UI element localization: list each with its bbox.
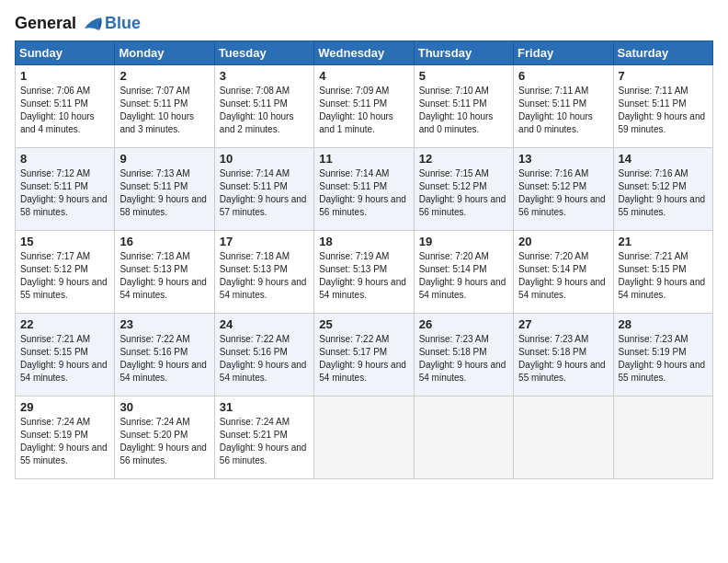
sunrise-label: Sunrise: 7:23 AM bbox=[419, 334, 489, 344]
day-info: Sunrise: 7:22 AM Sunset: 5:16 PM Dayligh… bbox=[119, 333, 209, 385]
sunrise-label: Sunrise: 7:22 AM bbox=[319, 334, 389, 344]
day-info: Sunrise: 7:20 AM Sunset: 5:14 PM Dayligh… bbox=[518, 250, 608, 302]
day-number: 12 bbox=[419, 152, 508, 166]
day-info: Sunrise: 7:22 AM Sunset: 5:17 PM Dayligh… bbox=[319, 333, 408, 385]
daylight-label: Daylight: 9 hours and 58 minutes. bbox=[20, 194, 108, 217]
day-info: Sunrise: 7:22 AM Sunset: 5:16 PM Dayligh… bbox=[220, 333, 309, 385]
day-number: 13 bbox=[518, 152, 608, 166]
calendar-cell: 4 Sunrise: 7:09 AM Sunset: 5:11 PM Dayli… bbox=[314, 64, 414, 147]
daylight-label: Daylight: 10 hours and 2 minutes. bbox=[220, 111, 294, 134]
sunset-label: Sunset: 5:11 PM bbox=[419, 98, 487, 109]
calendar-cell: 23 Sunrise: 7:22 AM Sunset: 5:16 PM Dayl… bbox=[115, 313, 214, 396]
calendar-cell: 5 Sunrise: 7:10 AM Sunset: 5:11 PM Dayli… bbox=[414, 64, 513, 147]
sunrise-label: Sunrise: 7:09 AM bbox=[319, 86, 389, 96]
day-info: Sunrise: 7:14 AM Sunset: 5:11 PM Dayligh… bbox=[319, 167, 408, 219]
page-header: General Blue bbox=[15, 15, 713, 33]
day-number: 20 bbox=[518, 235, 608, 248]
day-number: 21 bbox=[619, 235, 708, 248]
calendar-cell: 29 Sunrise: 7:24 AM Sunset: 5:19 PM Dayl… bbox=[16, 396, 115, 478]
sunrise-label: Sunrise: 7:11 AM bbox=[619, 86, 688, 96]
day-number: 19 bbox=[419, 235, 508, 248]
day-info: Sunrise: 7:16 AM Sunset: 5:12 PM Dayligh… bbox=[518, 167, 608, 219]
calendar-cell: 22 Sunrise: 7:21 AM Sunset: 5:15 PM Dayl… bbox=[16, 313, 115, 396]
calendar-cell: 14 Sunrise: 7:16 AM Sunset: 5:12 PM Dayl… bbox=[613, 147, 712, 230]
daylight-label: Daylight: 9 hours and 54 minutes. bbox=[419, 277, 506, 300]
daylight-label: Daylight: 9 hours and 55 minutes. bbox=[619, 360, 706, 383]
day-info: Sunrise: 7:19 AM Sunset: 5:13 PM Dayligh… bbox=[319, 250, 408, 302]
day-info: Sunrise: 7:11 AM Sunset: 5:11 PM Dayligh… bbox=[518, 85, 608, 136]
calendar-cell: 11 Sunrise: 7:14 AM Sunset: 5:11 PM Dayl… bbox=[314, 147, 414, 230]
sunrise-label: Sunrise: 7:11 AM bbox=[518, 86, 588, 96]
logo-blue: Blue bbox=[105, 15, 141, 33]
sunrise-label: Sunrise: 7:24 AM bbox=[119, 417, 189, 427]
sunrise-label: Sunrise: 7:21 AM bbox=[619, 251, 688, 261]
logo-general: General bbox=[15, 14, 76, 32]
sunrise-label: Sunrise: 7:21 AM bbox=[20, 334, 90, 344]
daylight-label: Daylight: 9 hours and 55 minutes. bbox=[619, 194, 706, 217]
calendar-cell: 13 Sunrise: 7:16 AM Sunset: 5:12 PM Dayl… bbox=[514, 147, 613, 230]
weekday-header-wednesday: Wednesday bbox=[314, 40, 414, 64]
day-number: 15 bbox=[20, 235, 109, 248]
sunrise-label: Sunrise: 7:17 AM bbox=[20, 251, 90, 261]
day-info: Sunrise: 7:08 AM Sunset: 5:11 PM Dayligh… bbox=[220, 85, 309, 136]
day-number: 5 bbox=[419, 69, 508, 83]
weekday-header-sunday: Sunday bbox=[16, 40, 115, 64]
sunrise-label: Sunrise: 7:19 AM bbox=[319, 251, 389, 261]
sunset-label: Sunset: 5:20 PM bbox=[119, 430, 188, 440]
daylight-label: Daylight: 9 hours and 54 minutes. bbox=[319, 277, 406, 300]
day-info: Sunrise: 7:15 AM Sunset: 5:12 PM Dayligh… bbox=[419, 167, 508, 219]
day-info: Sunrise: 7:13 AM Sunset: 5:11 PM Dayligh… bbox=[119, 167, 209, 219]
sunset-label: Sunset: 5:11 PM bbox=[119, 181, 188, 191]
week-row-2: 8 Sunrise: 7:12 AM Sunset: 5:11 PM Dayli… bbox=[16, 147, 713, 230]
sunset-label: Sunset: 5:13 PM bbox=[220, 264, 288, 274]
sunset-label: Sunset: 5:12 PM bbox=[518, 181, 586, 191]
calendar-cell: 9 Sunrise: 7:13 AM Sunset: 5:11 PM Dayli… bbox=[115, 147, 214, 230]
day-number: 18 bbox=[319, 235, 408, 248]
weekday-header-thursday: Thursday bbox=[414, 40, 513, 64]
daylight-label: Daylight: 9 hours and 54 minutes. bbox=[319, 360, 406, 383]
sunrise-label: Sunrise: 7:20 AM bbox=[518, 251, 588, 261]
week-row-5: 29 Sunrise: 7:24 AM Sunset: 5:19 PM Dayl… bbox=[16, 396, 713, 478]
sunset-label: Sunset: 5:13 PM bbox=[119, 264, 188, 274]
sunset-label: Sunset: 5:11 PM bbox=[319, 98, 387, 109]
calendar-cell: 24 Sunrise: 7:22 AM Sunset: 5:16 PM Dayl… bbox=[214, 313, 313, 396]
calendar-cell bbox=[414, 396, 513, 478]
day-info: Sunrise: 7:09 AM Sunset: 5:11 PM Dayligh… bbox=[319, 85, 408, 136]
daylight-label: Daylight: 9 hours and 54 minutes. bbox=[119, 277, 207, 300]
sunset-label: Sunset: 5:18 PM bbox=[518, 347, 586, 357]
sunrise-label: Sunrise: 7:12 AM bbox=[20, 168, 90, 178]
calendar-cell: 12 Sunrise: 7:15 AM Sunset: 5:12 PM Dayl… bbox=[414, 147, 513, 230]
daylight-label: Daylight: 10 hours and 4 minutes. bbox=[20, 111, 95, 134]
day-number: 8 bbox=[20, 152, 109, 166]
sunset-label: Sunset: 5:11 PM bbox=[220, 181, 288, 191]
sunset-label: Sunset: 5:14 PM bbox=[518, 264, 586, 274]
day-info: Sunrise: 7:10 AM Sunset: 5:11 PM Dayligh… bbox=[419, 85, 508, 136]
calendar-cell: 28 Sunrise: 7:23 AM Sunset: 5:19 PM Dayl… bbox=[613, 313, 712, 396]
sunset-label: Sunset: 5:11 PM bbox=[20, 98, 88, 109]
daylight-label: Daylight: 9 hours and 56 minutes. bbox=[119, 442, 207, 465]
day-info: Sunrise: 7:23 AM Sunset: 5:18 PM Dayligh… bbox=[419, 333, 508, 385]
daylight-label: Daylight: 9 hours and 56 minutes. bbox=[319, 194, 406, 217]
sunrise-label: Sunrise: 7:20 AM bbox=[419, 251, 489, 261]
day-number: 26 bbox=[419, 317, 508, 331]
sunset-label: Sunset: 5:18 PM bbox=[419, 347, 487, 357]
calendar-table: SundayMondayTuesdayWednesdayThursdayFrid… bbox=[15, 40, 713, 479]
sunrise-label: Sunrise: 7:15 AM bbox=[419, 168, 489, 178]
sunset-label: Sunset: 5:21 PM bbox=[220, 430, 288, 440]
daylight-label: Daylight: 9 hours and 56 minutes. bbox=[220, 442, 307, 465]
sunrise-label: Sunrise: 7:10 AM bbox=[419, 86, 489, 96]
day-number: 3 bbox=[220, 69, 309, 83]
sunrise-label: Sunrise: 7:24 AM bbox=[220, 417, 290, 427]
day-info: Sunrise: 7:21 AM Sunset: 5:15 PM Dayligh… bbox=[20, 333, 109, 385]
calendar-cell: 16 Sunrise: 7:18 AM Sunset: 5:13 PM Dayl… bbox=[115, 230, 214, 313]
day-info: Sunrise: 7:16 AM Sunset: 5:12 PM Dayligh… bbox=[619, 167, 708, 219]
day-info: Sunrise: 7:12 AM Sunset: 5:11 PM Dayligh… bbox=[20, 167, 109, 219]
day-number: 25 bbox=[319, 317, 408, 331]
day-info: Sunrise: 7:18 AM Sunset: 5:13 PM Dayligh… bbox=[119, 250, 209, 302]
day-number: 23 bbox=[119, 317, 209, 331]
daylight-label: Daylight: 9 hours and 54 minutes. bbox=[119, 360, 207, 383]
sunrise-label: Sunrise: 7:06 AM bbox=[20, 86, 90, 96]
sunrise-label: Sunrise: 7:18 AM bbox=[119, 251, 189, 261]
day-info: Sunrise: 7:18 AM Sunset: 5:13 PM Dayligh… bbox=[220, 250, 309, 302]
daylight-label: Daylight: 9 hours and 54 minutes. bbox=[619, 277, 706, 300]
